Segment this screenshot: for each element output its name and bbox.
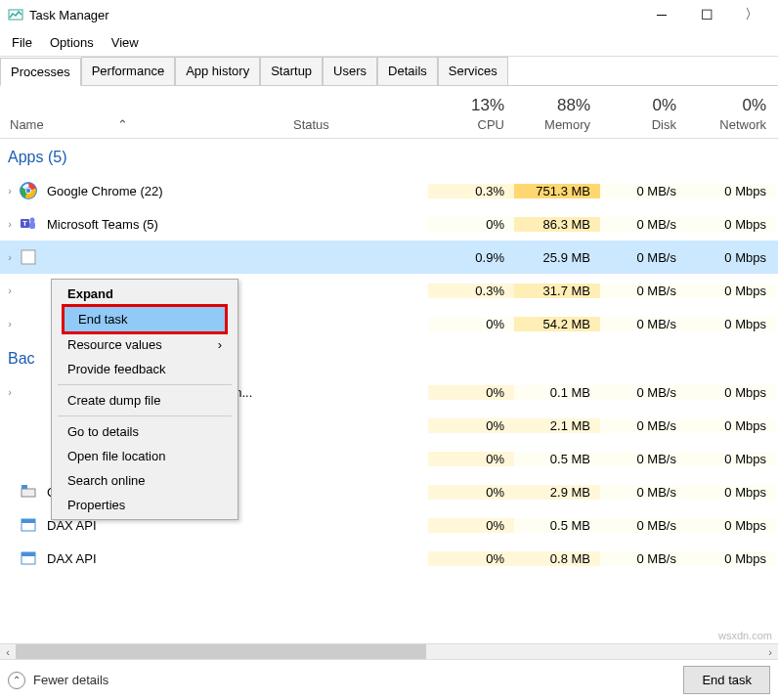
disk-cell: 0 MB/s	[600, 184, 686, 198]
disk-cell: 0 MB/s	[600, 551, 686, 566]
expand-icon[interactable]: ›	[0, 251, 20, 263]
dax-api-icon	[20, 549, 37, 567]
svg-rect-11	[22, 489, 35, 497]
svg-rect-10	[22, 250, 35, 264]
cpu-cell: 0.3%	[428, 184, 514, 198]
section-apps[interactable]: Apps (5)	[0, 139, 778, 174]
header-cpu-value: 13%	[438, 96, 504, 115]
maximize-button[interactable]: ☐	[684, 0, 729, 29]
tab-bar: Processes Performance App history Startu…	[0, 57, 778, 86]
overflow-button[interactable]: 〉	[729, 0, 774, 29]
table-row[interactable]: › Google Chrome (22) 0.3% 751.3 MB 0 MB/…	[0, 174, 778, 207]
disk-cell: 0 MB/s	[600, 317, 686, 331]
fewer-details-label: Fewer details	[33, 673, 108, 687]
scroll-right-icon[interactable]: ›	[762, 644, 778, 659]
svg-rect-14	[22, 519, 35, 523]
table-row[interactable]: DAX API 0% 0.8 MB 0 MB/s 0 Mbps	[0, 542, 778, 575]
memory-cell: 0.1 MB	[514, 385, 600, 400]
cpu-cell: 0.3%	[428, 284, 514, 298]
menu-search-online[interactable]: Search online	[54, 468, 236, 493]
menu-expand-label: Expand	[67, 286, 113, 301]
scroll-thumb[interactable]	[16, 644, 426, 659]
scroll-left-icon[interactable]: ‹	[0, 644, 16, 659]
menu-expand[interactable]: Expand	[54, 282, 236, 306]
network-cell: 0 Mbps	[686, 317, 776, 331]
memory-cell: 751.3 MB	[514, 184, 600, 198]
disk-cell: 0 MB/s	[600, 217, 686, 232]
header-memory-label: Memory	[544, 117, 590, 132]
title-bar: Task Manager ─ ☐ 〉	[0, 0, 778, 29]
tab-app-history[interactable]: App history	[175, 57, 260, 85]
memory-cell: 0.5 MB	[514, 518, 600, 533]
menu-separator	[58, 416, 232, 416]
menu-file[interactable]: File	[4, 31, 40, 54]
expand-icon[interactable]: ›	[0, 185, 20, 197]
cpu-cell: 0%	[428, 518, 514, 533]
sort-indicator-icon: ⌃	[117, 117, 128, 132]
header-network[interactable]: 0% Network	[686, 90, 776, 138]
memory-cell: 54.2 MB	[514, 317, 600, 331]
tab-performance[interactable]: Performance	[81, 57, 175, 85]
header-status[interactable]: Status	[283, 111, 428, 138]
table-row[interactable]: › T Microsoft Teams (5) 0% 86.3 MB 0 MB/…	[0, 207, 778, 241]
network-cell: 0 Mbps	[686, 284, 776, 298]
header-cpu[interactable]: 13% CPU	[428, 90, 514, 138]
disk-cell: 0 MB/s	[600, 418, 686, 433]
menu-view[interactable]: View	[104, 31, 147, 54]
header-network-value: 0%	[696, 96, 766, 115]
expand-icon[interactable]: ›	[0, 284, 20, 296]
tab-processes[interactable]: Processes	[0, 58, 81, 86]
tab-startup[interactable]: Startup	[260, 57, 323, 85]
fewer-details-button[interactable]: ⌃ Fewer details	[8, 672, 108, 689]
disk-cell: 0 MB/s	[600, 485, 686, 500]
teams-icon: T	[20, 215, 37, 233]
svg-rect-16	[22, 552, 35, 556]
table-row-selected[interactable]: › 0.9% 25.9 MB 0 MB/s 0 Mbps	[0, 241, 778, 274]
network-cell: 0 Mbps	[686, 418, 776, 433]
tab-details[interactable]: Details	[377, 57, 438, 85]
column-headers: ⌃ Name Status 13% CPU 88% Memory 0% Disk…	[0, 86, 778, 139]
menu-end-task[interactable]: End task	[62, 304, 228, 334]
menu-create-dump[interactable]: Create dump file	[54, 388, 236, 413]
process-name: DAX API	[45, 551, 428, 566]
expand-icon[interactable]: ›	[0, 218, 20, 230]
menu-options[interactable]: Options	[42, 31, 102, 54]
menu-provide-feedback[interactable]: Provide feedback	[54, 357, 236, 381]
horizontal-scrollbar[interactable]: ‹ ›	[0, 643, 778, 659]
disk-cell: 0 MB/s	[600, 452, 686, 466]
ctf-loader-icon	[20, 483, 37, 501]
tab-users[interactable]: Users	[323, 57, 377, 85]
menu-go-to-details[interactable]: Go to details	[54, 419, 236, 444]
app-icon	[8, 7, 23, 22]
cpu-cell: 0%	[428, 317, 514, 331]
network-cell: 0 Mbps	[686, 551, 776, 566]
watermark: wsxdn.com	[718, 630, 772, 641]
cpu-cell: 0%	[428, 485, 514, 500]
svg-rect-12	[22, 485, 27, 489]
dax-api-icon	[20, 516, 37, 534]
menu-resource-values[interactable]: Resource values ›	[54, 332, 236, 357]
expand-icon[interactable]: ›	[0, 386, 20, 398]
menu-properties[interactable]: Properties	[54, 493, 236, 517]
memory-cell: 25.9 MB	[514, 250, 600, 265]
header-disk[interactable]: 0% Disk	[600, 90, 686, 138]
minimize-button[interactable]: ─	[639, 0, 684, 29]
svg-point-5	[26, 189, 30, 193]
expand-icon[interactable]: ›	[0, 318, 20, 329]
svg-rect-9	[29, 222, 35, 229]
end-task-button[interactable]: End task	[683, 666, 770, 694]
submenu-arrow-icon: ›	[218, 337, 222, 352]
scroll-track[interactable]	[16, 644, 762, 659]
chrome-icon	[20, 182, 37, 199]
network-cell: 0 Mbps	[686, 385, 776, 400]
header-memory[interactable]: 88% Memory	[514, 90, 600, 138]
cpu-cell: 0.9%	[428, 250, 514, 265]
tab-services[interactable]: Services	[438, 57, 508, 85]
network-cell: 0 Mbps	[686, 184, 776, 198]
disk-cell: 0 MB/s	[600, 385, 686, 400]
cpu-cell: 0%	[428, 385, 514, 400]
menu-open-location[interactable]: Open file location	[54, 444, 236, 468]
memory-cell: 2.9 MB	[514, 485, 600, 500]
network-cell: 0 Mbps	[686, 485, 776, 500]
header-name[interactable]: ⌃ Name	[0, 111, 283, 138]
